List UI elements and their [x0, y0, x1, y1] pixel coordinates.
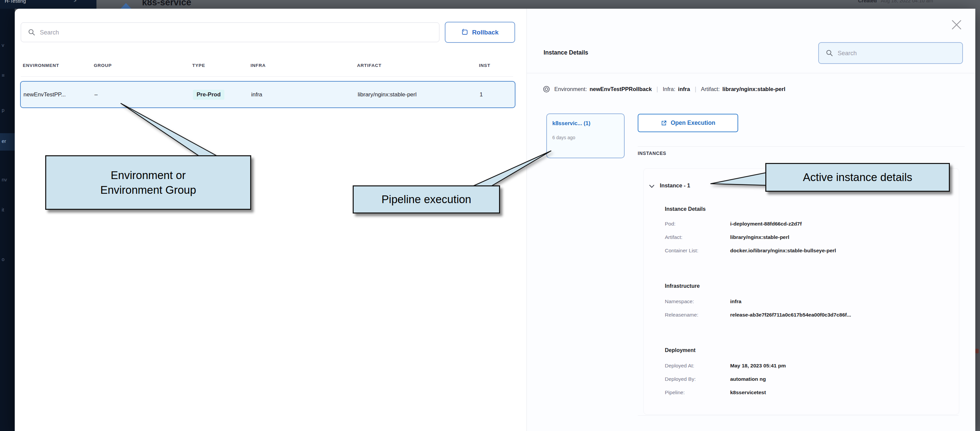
detail-label: Deployed By:	[665, 376, 696, 382]
detail-label: Namespace:	[665, 298, 694, 304]
created-value: Aug 18, 2022 04:10 am	[881, 0, 933, 3]
header-breadcrumb-area: H-Testing >	[0, 0, 97, 9]
panel-divider	[527, 9, 527, 431]
environment-table-row-selected[interactable]: newEnvTestPP... – Pre-Prod infra library…	[20, 81, 515, 108]
sidebar-item-fragment: it	[2, 207, 4, 212]
pipeline-execution-card[interactable]: k8sservic... (1) 6 days ago	[546, 113, 625, 158]
rollback-label: Rollback	[472, 29, 498, 36]
external-link-icon	[660, 120, 667, 127]
search-icon	[826, 49, 834, 57]
environment-label: Environment:	[554, 86, 587, 92]
detail-value: library/nginx:stable-perl	[730, 234, 789, 240]
instance-toggle-label[interactable]: Instance - 1	[660, 182, 690, 189]
col-header-infra: INFRA	[251, 63, 266, 68]
close-icon[interactable]	[951, 19, 963, 31]
detail-value: release-ab3e7f26f711a0c617b54ea00f0c3d7c…	[730, 312, 851, 318]
meta-separator: |	[652, 86, 663, 93]
detail-value: docker.io/library/nginx:stable-bullseye-…	[730, 248, 836, 254]
col-header-artifact: ARTIFACT	[357, 63, 382, 68]
infra-value: infra	[678, 86, 690, 92]
environments-search-field	[21, 22, 439, 42]
search-icon	[28, 29, 36, 36]
search-input[interactable]	[39, 23, 438, 43]
section-title: Instance Details	[665, 206, 706, 212]
page-title: k8s-service	[142, 0, 191, 8]
col-header-environment: ENVIRONMENT	[23, 63, 59, 68]
search-input[interactable]	[837, 43, 962, 64]
deployment-meta-row: Environment: newEnvTestPPRollback | Infr…	[542, 84, 785, 94]
col-header-type: TYPE	[192, 63, 205, 68]
env-type-badge: Pre-Prod	[193, 90, 224, 100]
environment-value: newEnvTestPPRollback	[589, 86, 652, 92]
artifact-label: Artifact:	[701, 86, 720, 92]
sidebar-item-active[interactable]: er	[0, 133, 15, 151]
rollback-button[interactable]: Rollback	[445, 22, 515, 43]
section-title: Infrastructure	[665, 283, 700, 289]
cell-group: –	[94, 91, 97, 98]
sidebar-item-fragment: ≡	[2, 72, 5, 78]
execution-time-ago: 6 days ago	[552, 135, 575, 140]
instances-divider	[638, 146, 965, 147]
instances-search-field	[818, 42, 963, 64]
open-execution-button[interactable]: Open Execution	[638, 114, 738, 132]
detail-label: Artifact:	[665, 234, 682, 240]
open-execution-label: Open Execution	[671, 119, 715, 127]
environment-icon	[542, 86, 550, 93]
left-nav-sidebar: v ≡ p er nv it o	[0, 9, 15, 431]
execution-name: k8sservic... (1)	[552, 120, 590, 127]
callout-active-instance: Active instance details	[765, 163, 950, 192]
sidebar-item-fragment: nv	[2, 177, 7, 182]
cell-infra: infra	[251, 91, 262, 98]
artifact-value: library/nginx:stable-perl	[722, 86, 785, 92]
callout-environment: Environment or Environment Group	[45, 155, 251, 210]
detail-label: Deployed At:	[665, 363, 694, 369]
breadcrumb-separator: >	[74, 0, 76, 3]
detail-label: Pod:	[665, 221, 676, 227]
detail-value: i-deployment-88fd66cd-z2d7f	[730, 221, 802, 227]
created-label: Created	[858, 0, 877, 3]
panel-bottom-divider	[638, 415, 959, 416]
col-header-group: GROUP	[94, 63, 112, 68]
scroll-marker	[975, 349, 978, 353]
infra-label: Infra:	[663, 86, 676, 92]
cell-environment: newEnvTestPP...	[24, 91, 66, 98]
detail-value: automation ng	[730, 376, 766, 382]
breadcrumb[interactable]: H-Testing	[5, 0, 26, 4]
col-header-inst: INST	[479, 63, 490, 68]
panel-header-divider	[527, 73, 975, 73]
app-header: H-Testing > k8s-service CreatedAug 18, 2…	[0, 0, 980, 9]
detail-label: Releasename:	[665, 312, 698, 318]
panel-title: Instance Details	[544, 49, 588, 56]
page-background-edge	[975, 9, 980, 431]
sidebar-item-fragment: v	[2, 42, 4, 48]
detail-value: k8sservicetest	[730, 390, 766, 396]
instances-heading: INSTANCES	[638, 151, 666, 156]
detail-label: Pipeline:	[665, 390, 685, 396]
section-title: Deployment	[665, 347, 696, 353]
screen: H-Testing > k8s-service CreatedAug 18, 2…	[0, 0, 980, 431]
table-header-divider	[21, 76, 513, 77]
cell-inst-count: 1	[480, 91, 483, 98]
callout-pipeline-execution: Pipeline execution	[353, 185, 500, 214]
sidebar-item-fragment: o	[2, 256, 4, 262]
meta-separator: |	[690, 86, 701, 93]
created-timestamp: CreatedAug 18, 2022 04:10 am	[858, 0, 933, 3]
detail-value: May 18, 2023 05:41 pm	[730, 363, 786, 369]
detail-value: infra	[730, 298, 741, 304]
service-hexagon-icon	[119, 3, 133, 9]
rollback-icon	[461, 29, 468, 36]
chevron-down-icon[interactable]	[648, 183, 655, 190]
cell-artifact: library/nginx:stable-perl	[358, 91, 417, 98]
detail-label: Container List:	[665, 248, 698, 254]
sidebar-item-fragment: p	[2, 107, 4, 113]
